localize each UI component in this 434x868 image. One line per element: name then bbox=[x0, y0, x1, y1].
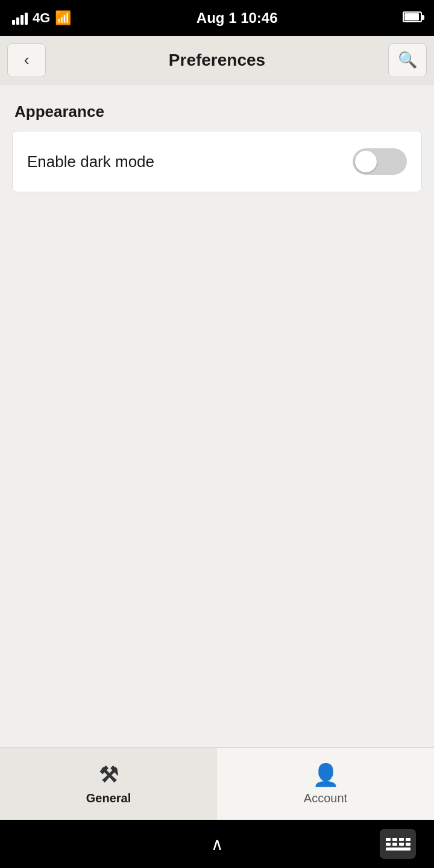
search-button[interactable]: 🔍 bbox=[388, 43, 427, 77]
network-label: 4G bbox=[33, 10, 50, 26]
dark-mode-label: Enable dark mode bbox=[27, 153, 154, 171]
account-icon: 👤 bbox=[312, 763, 339, 788]
status-left: 4G 📶 bbox=[12, 10, 71, 26]
up-arrow[interactable]: ∧ bbox=[54, 834, 380, 854]
bottom-nav: ⚒ General 👤 Account bbox=[0, 747, 434, 820]
dark-mode-row: Enable dark mode bbox=[13, 131, 421, 192]
status-bar: 4G 📶 Aug 1 10:46 bbox=[0, 0, 434, 36]
toggle-knob bbox=[355, 151, 377, 172]
appearance-card: Enable dark mode bbox=[12, 131, 422, 192]
main-content: Appearance Enable dark mode bbox=[0, 84, 434, 747]
tab-general-label: General bbox=[86, 791, 131, 805]
toolbar: ‹ Preferences 🔍 bbox=[0, 36, 434, 84]
status-time: Aug 1 10:46 bbox=[197, 10, 278, 27]
up-arrow-icon: ∧ bbox=[211, 834, 224, 854]
signal-icon bbox=[12, 11, 28, 25]
keyboard-icon bbox=[386, 838, 410, 851]
general-icon: ⚒ bbox=[99, 763, 118, 788]
appearance-section-title: Appearance bbox=[12, 102, 422, 121]
battery-icon bbox=[403, 11, 422, 22]
system-bar: ∧ bbox=[0, 820, 434, 868]
tab-account-label: Account bbox=[304, 791, 347, 805]
battery-icon-container bbox=[403, 10, 422, 26]
tab-account[interactable]: 👤 Account bbox=[217, 748, 434, 820]
keyboard-button[interactable] bbox=[380, 829, 416, 859]
back-icon: ‹ bbox=[24, 51, 30, 69]
wifi-icon: 📶 bbox=[55, 10, 71, 26]
search-icon: 🔍 bbox=[398, 51, 417, 69]
back-button[interactable]: ‹ bbox=[7, 43, 46, 77]
dark-mode-toggle[interactable] bbox=[353, 148, 407, 175]
tab-general[interactable]: ⚒ General bbox=[0, 748, 217, 820]
page-title: Preferences bbox=[169, 51, 265, 70]
